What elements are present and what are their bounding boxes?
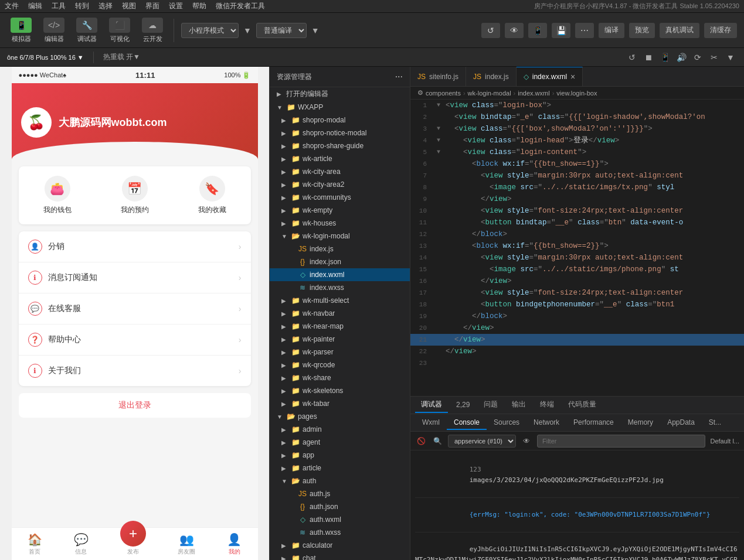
compile-btn[interactable]: 编译 bbox=[599, 23, 624, 38]
menu-tools[interactable]: 工具 bbox=[52, 1, 66, 11]
file-agent[interactable]: ▶ 📁 agent bbox=[270, 436, 410, 449]
tab-siteinfo-js[interactable]: JS siteinfo.js bbox=[410, 67, 466, 86]
cut-icon[interactable]: ✂ bbox=[708, 51, 721, 64]
code-editor[interactable]: 1 ▼ <view class="login-box"> 2 <view bin… bbox=[410, 100, 744, 396]
file-wk-city-area[interactable]: ▶ 📁 wk-city-area bbox=[270, 165, 410, 178]
devtools-tab-problems[interactable]: 问题 bbox=[478, 397, 504, 413]
file-index-wxss[interactable]: ≋ index.wxss bbox=[270, 281, 410, 294]
pages-section[interactable]: ▼ 📂 pages bbox=[270, 410, 410, 423]
menu-devtools[interactable]: 微信开发者工具 bbox=[216, 1, 265, 11]
panel-tab-network[interactable]: Network bbox=[526, 416, 566, 430]
debugger-btn[interactable]: 🔧 调试器 bbox=[73, 18, 101, 43]
breadcrumb-wk-login-modal[interactable]: wk-login-modal bbox=[468, 90, 511, 97]
breadcrumb-components[interactable]: components bbox=[426, 90, 461, 97]
file-explorer-menu[interactable]: ··· bbox=[395, 71, 403, 82]
tab-index-js[interactable]: JS index.js bbox=[466, 67, 517, 86]
stop-icon[interactable]: ⏹ bbox=[642, 51, 655, 64]
menu-edit[interactable]: 编辑 bbox=[28, 1, 42, 11]
nav-publish[interactable]: + 发布 bbox=[120, 532, 146, 556]
devtools-clear-btn[interactable]: 🚫 bbox=[415, 435, 427, 447]
visualize-btn[interactable]: ⬛ 可视化 bbox=[106, 18, 134, 43]
devtools-eye-btn[interactable]: 👁 bbox=[521, 435, 532, 447]
panel-tab-st[interactable]: St... bbox=[702, 416, 728, 430]
file-auth-wxss[interactable]: ≋ auth.wxss bbox=[270, 526, 410, 539]
more-btn[interactable]: ⋯ bbox=[575, 23, 594, 38]
file-index-wxml[interactable]: ◇ index.wxml bbox=[270, 268, 410, 281]
file-wk-skeletons[interactable]: ▶ 📁 wk-skeletons bbox=[270, 384, 410, 397]
file-wk-login-modal[interactable]: ▼ 📂 wk-login-modal bbox=[270, 230, 410, 243]
phone-btn[interactable]: 📱 bbox=[528, 23, 547, 38]
file-auth[interactable]: ▼ 📂 auth bbox=[270, 474, 410, 487]
menu-customer-service[interactable]: 💬 在线客服 › bbox=[19, 293, 251, 325]
rotate-icon[interactable]: ↺ bbox=[626, 51, 638, 64]
file-wk-near-map[interactable]: ▶ 📁 wk-near-map bbox=[270, 320, 410, 333]
logout-button[interactable]: 退出登录 bbox=[19, 393, 251, 418]
save-icon-btn[interactable]: 💾 bbox=[552, 23, 570, 38]
devtools-filter-input[interactable] bbox=[537, 435, 705, 448]
devtools-tab-quality[interactable]: 代码质量 bbox=[562, 397, 602, 413]
menu-view[interactable]: 视图 bbox=[122, 1, 136, 11]
nav-info[interactable]: 💬 信息 bbox=[74, 532, 89, 556]
panel-tab-console[interactable]: Console bbox=[447, 416, 487, 430]
clear-cache-btn[interactable]: 清缓存 bbox=[704, 23, 737, 38]
menu-file[interactable]: 文件 bbox=[5, 1, 19, 11]
nav-home[interactable]: 🏠 首页 bbox=[28, 532, 42, 556]
devtools-tab-output[interactable]: 输出 bbox=[506, 397, 532, 413]
file-wk-city-area2[interactable]: ▶ 📁 wk-city-area2 bbox=[270, 178, 410, 191]
panel-tab-performance[interactable]: Performance bbox=[566, 416, 621, 430]
wxapp-section[interactable]: ▼ 📁 WXAPP bbox=[270, 101, 410, 114]
dropdown-icon[interactable]: ▼ bbox=[724, 51, 737, 64]
devtools-filter-icon[interactable]: 🔍 bbox=[432, 435, 443, 447]
file-wk-navbar[interactable]: ▶ 📁 wk-navbar bbox=[270, 307, 410, 320]
devtools-default-level[interactable]: Default l... bbox=[710, 438, 739, 445]
file-wk-empty[interactable]: ▶ 📁 wk-empty bbox=[270, 204, 410, 217]
file-auth-js[interactable]: JS auth.js bbox=[270, 487, 410, 500]
file-shopro-modal[interactable]: ▶ 📁 shopro-modal bbox=[270, 114, 410, 127]
menu-notification[interactable]: ℹ 消息订阅通知 › bbox=[19, 262, 251, 293]
file-index-json[interactable]: {} index.json bbox=[270, 255, 410, 268]
preview-btn[interactable]: 预览 bbox=[629, 23, 655, 38]
menu-about[interactable]: ℹ 关于我们 › bbox=[19, 356, 251, 386]
devtools-tab-terminal[interactable]: 终端 bbox=[534, 397, 560, 413]
refresh-btn[interactable]: ↺ bbox=[481, 23, 500, 38]
compile-type-select[interactable]: 普通编译 bbox=[256, 23, 307, 38]
quick-reservation[interactable]: 📅 我的预约 bbox=[121, 176, 149, 215]
file-shopro-notice[interactable]: ▶ 📁 shopro-notice-modal bbox=[270, 127, 410, 139]
breadcrumb-index-wxml[interactable]: index.wxml bbox=[518, 90, 549, 97]
file-wk-communitys[interactable]: ▶ 📁 wk-communitys bbox=[270, 191, 410, 204]
device-label[interactable]: ône 6/7/8 Plus 100% 16 ▼ bbox=[7, 54, 84, 61]
file-wk-qrcode[interactable]: ▶ 📁 wk-qrcode bbox=[270, 358, 410, 371]
mobile-icon[interactable]: 📱 bbox=[658, 51, 671, 64]
simulator-btn[interactable]: 📱 模拟器 bbox=[7, 18, 35, 43]
sound-icon[interactable]: 🔊 bbox=[675, 51, 688, 64]
file-wk-houses[interactable]: ▶ 📁 wk-houses bbox=[270, 217, 410, 230]
nav-mine[interactable]: 👤 我的 bbox=[227, 532, 242, 556]
panel-tab-appdata[interactable]: AppData bbox=[660, 416, 702, 430]
compile-mode-select[interactable]: 小程序模式 bbox=[181, 23, 239, 38]
file-wk-parser[interactable]: ▶ 📁 wk-parser bbox=[270, 346, 410, 358]
file-index-js[interactable]: JS index.js bbox=[270, 243, 410, 255]
menu-distribution[interactable]: 👤 分销 › bbox=[19, 231, 251, 262]
menu-settings[interactable]: 设置 bbox=[169, 1, 183, 11]
editor-btn[interactable]: </> 编辑器 bbox=[40, 18, 68, 43]
preview-icon-btn[interactable]: 👁 bbox=[505, 23, 524, 38]
quick-wallet[interactable]: 👛 我的钱包 bbox=[43, 176, 72, 215]
tab-index-wxml[interactable]: ◇ index.wxml × bbox=[517, 67, 583, 86]
devtools-tab-debugger[interactable]: 调试器 bbox=[415, 397, 448, 413]
tab-close-btn[interactable]: × bbox=[570, 72, 575, 81]
hot-reload-toggle[interactable]: 热重载 开▼ bbox=[103, 52, 140, 62]
cloud-dev-btn[interactable]: ☁ 云开发 bbox=[138, 18, 167, 43]
real-device-btn[interactable]: 真机调试 bbox=[660, 23, 699, 38]
menu-select[interactable]: 选择 bbox=[98, 1, 113, 11]
menu-help[interactable]: ❓ 帮助中心 › bbox=[19, 325, 251, 356]
file-admin[interactable]: ▶ 📁 admin bbox=[270, 423, 410, 436]
file-shopro-share[interactable]: ▶ 📁 shopro-share-guide bbox=[270, 139, 410, 152]
file-wk-painter[interactable]: ▶ 📁 wk-painter bbox=[270, 333, 410, 346]
file-auth-wxml[interactable]: ◇ auth.wxml bbox=[270, 513, 410, 526]
panel-tab-sources[interactable]: Sources bbox=[487, 416, 526, 430]
file-calculator[interactable]: ▶ 📁 calculator bbox=[270, 539, 410, 552]
menu-goto[interactable]: 转到 bbox=[75, 1, 89, 11]
file-chat[interactable]: ▶ 📁 chat bbox=[270, 552, 410, 560]
menu-interface[interactable]: 界面 bbox=[145, 1, 159, 11]
file-wk-tabar[interactable]: ▶ 📁 wk-tabar bbox=[270, 397, 410, 410]
